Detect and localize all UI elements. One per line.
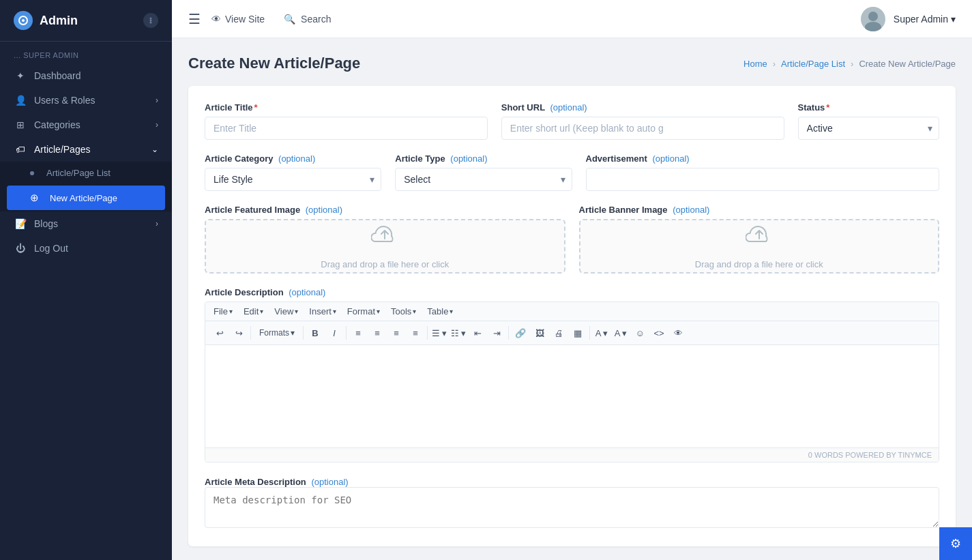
breadcrumb-sep-1: ›	[773, 59, 776, 69]
bold-button[interactable]: B	[306, 324, 324, 342]
short-url-input[interactable]	[501, 117, 784, 140]
categories-icon: ⊞	[14, 119, 27, 130]
ordered-list-button[interactable]: ☷ ▾	[450, 324, 467, 342]
breadcrumb-sep-2: ›	[851, 59, 853, 69]
editor-wrap: File ▾ Edit ▾ View ▾ Insert ▾ Format ▾ T…	[205, 301, 939, 462]
view-site-label: View Site	[225, 14, 265, 25]
editor-body[interactable]	[205, 345, 939, 447]
editor-menubar: File ▾ Edit ▾ View ▾ Insert ▾ Format ▾ T…	[205, 302, 939, 321]
align-right-button[interactable]: ≡	[387, 324, 405, 342]
undo-button[interactable]: ↩	[211, 324, 229, 342]
upload-cloud-icon-2	[746, 224, 773, 252]
editor-menu-file[interactable]: File ▾	[208, 304, 238, 319]
image-button[interactable]: 🖼	[531, 324, 548, 342]
italic-button[interactable]: I	[325, 324, 343, 342]
highlight-button[interactable]: A ▾	[612, 324, 630, 342]
word-count: 0 WORDS	[808, 451, 843, 459]
category-select[interactable]: Life Style	[205, 168, 381, 191]
sidebar-item-blogs[interactable]: 📝 Blogs ›	[0, 211, 172, 236]
article-icon: 🏷	[14, 144, 27, 155]
sidebar-item-article-pages[interactable]: 🏷 Article/Pages ⌄	[0, 137, 172, 162]
hamburger-menu[interactable]: ☰	[188, 11, 201, 27]
sidebar-item-label: Blogs	[34, 218, 58, 229]
chevron-down-icon: ⌄	[151, 145, 158, 154]
chevron-right-icon: ›	[156, 95, 158, 105]
sidebar-brand[interactable]: Admin	[0, 0, 172, 42]
formats-dropdown[interactable]: Formats ▾	[254, 327, 300, 339]
align-center-button[interactable]: ≡	[368, 324, 386, 342]
sidebar-item-dashboard[interactable]: ✦ Dashboard	[0, 63, 172, 88]
sidebar-badge	[143, 13, 158, 28]
brand-name: Admin	[40, 14, 78, 28]
media-button[interactable]: ▦	[569, 324, 587, 342]
sidebar-subitem-label: Article/Page List	[46, 168, 111, 178]
settings-fab[interactable]: ⚙	[939, 527, 972, 560]
svg-point-6	[868, 12, 878, 21]
formats-arrow: ▾	[291, 328, 295, 338]
editor-menu-insert[interactable]: Insert ▾	[304, 304, 342, 319]
powered-by: POWERED BY TINYMCE	[845, 451, 932, 459]
menu-arrow-icon: ▾	[295, 308, 298, 315]
article-title-label: Article Title*	[205, 102, 488, 113]
sidebar-item-label: Article/Pages	[34, 144, 90, 155]
menu-arrow-icon: ▾	[333, 308, 336, 315]
editor-menu-edit[interactable]: Edit ▾	[238, 304, 269, 319]
sidebar-item-categories[interactable]: ⊞ Categories ›	[0, 113, 172, 137]
sidebar-item-logout[interactable]: ⏻ Log Out	[0, 236, 172, 261]
featured-image-text: Drag and drop a file here or click	[321, 259, 449, 269]
form-row-3: Article Featured Image (optional) Drag a…	[205, 205, 939, 274]
gear-icon: ⚙	[950, 536, 961, 551]
preview-button[interactable]: 👁	[669, 324, 687, 342]
search-label: Search	[301, 14, 331, 25]
banner-image-upload[interactable]: Drag and drop a file here or click	[579, 219, 940, 274]
form-row-2: Article Category (optional) Life Style A…	[205, 153, 939, 191]
search-bar[interactable]: 🔍 Search	[284, 14, 331, 25]
align-left-button[interactable]: ≡	[349, 324, 367, 342]
redo-button[interactable]: ↪	[230, 324, 248, 342]
unordered-list-button[interactable]: ☰ ▾	[430, 324, 448, 342]
dot-icon	[30, 171, 34, 175]
link-button[interactable]: 🔗	[512, 324, 529, 342]
breadcrumb-home[interactable]: Home	[743, 59, 767, 69]
brand-icon	[14, 11, 33, 30]
short-url-label: Short URL (optional)	[501, 102, 784, 113]
editor-menu-format[interactable]: Format ▾	[342, 304, 385, 319]
user-chevron-icon: ▾	[951, 14, 956, 25]
dashboard-icon: ✦	[14, 70, 27, 81]
sidebar: Admin ... SUPER ADMIN ✦ Dashboard 👤 User…	[0, 0, 172, 560]
breadcrumb-list[interactable]: Article/Page List	[781, 59, 845, 69]
featured-image-upload[interactable]: Drag and drop a file here or click	[205, 219, 565, 274]
meta-description-textarea[interactable]	[205, 487, 939, 528]
plus-icon: ⊕	[30, 192, 39, 204]
status-select[interactable]: Active Inactive Draft	[798, 117, 939, 140]
form-row-1: Article Title* Short URL (optional) Stat…	[205, 102, 939, 140]
align-justify-button[interactable]: ≡	[407, 324, 424, 342]
increase-indent-button[interactable]: ⇥	[488, 324, 505, 342]
sidebar-item-label: Log Out	[34, 243, 68, 254]
code-button[interactable]: <>	[650, 324, 668, 342]
sidebar-item-new-article[interactable]: ⊕ New Article/Page	[7, 186, 165, 210]
advertisement-input[interactable]	[586, 168, 940, 191]
avatar	[861, 7, 885, 31]
form-group-description: Article Description (optional) File ▾ Ed…	[205, 287, 939, 462]
emoji-button[interactable]: ☺	[631, 324, 649, 342]
search-icon: 🔍	[284, 14, 295, 25]
editor-menu-view[interactable]: View ▾	[269, 304, 304, 319]
form-group-short-url: Short URL (optional)	[501, 102, 784, 140]
editor-menu-tools[interactable]: Tools ▾	[385, 304, 422, 319]
user-menu[interactable]: Super Admin ▾	[894, 14, 956, 25]
article-type-select[interactable]: Select	[395, 168, 572, 191]
article-title-input[interactable]	[205, 117, 488, 140]
category-label: Article Category (optional)	[205, 153, 381, 164]
editor-menu-table[interactable]: Table ▾	[422, 304, 458, 319]
decrease-indent-button[interactable]: ⇤	[469, 324, 486, 342]
sidebar-item-article-list[interactable]: Article/Page List	[0, 162, 172, 184]
sidebar-item-users-roles[interactable]: 👤 Users & Roles ›	[0, 88, 172, 113]
description-label: Article Description (optional)	[205, 287, 939, 297]
eye-icon: 👁	[211, 14, 221, 25]
banner-image-label: Article Banner Image (optional)	[579, 205, 940, 215]
view-site-link[interactable]: 👁 View Site	[211, 14, 265, 25]
font-color-button[interactable]: A ▾	[593, 324, 610, 342]
print-button[interactable]: 🖨	[550, 324, 568, 342]
menu-arrow-icon: ▾	[229, 308, 233, 315]
